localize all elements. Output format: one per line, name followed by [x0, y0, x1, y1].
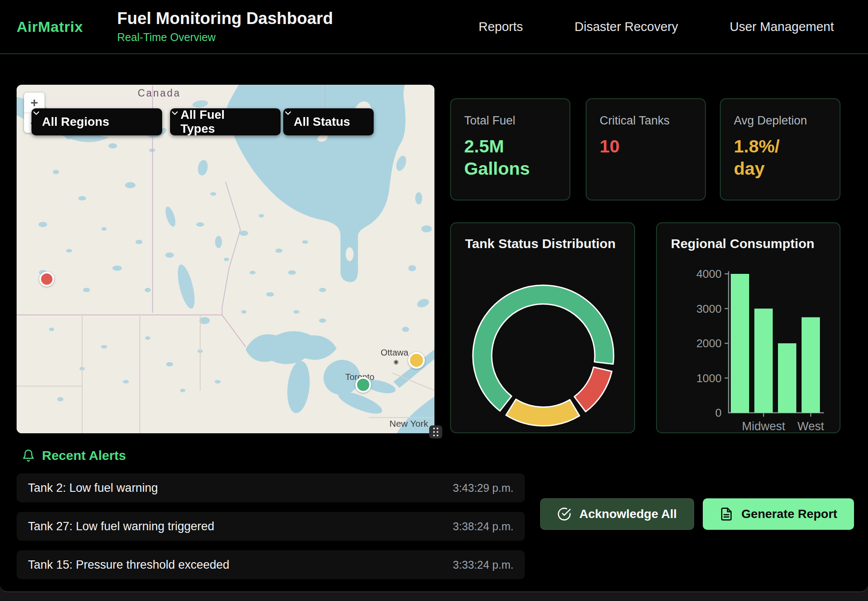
filter-label: All Regions — [42, 115, 109, 129]
alert-row[interactable]: Tank 27: Low fuel warning triggered3:38:… — [17, 512, 525, 541]
app-logo: AirMatrix — [17, 18, 83, 35]
file-text-icon — [719, 507, 733, 521]
map-graphic — [17, 85, 434, 433]
recent-alerts-title: Recent Alerts — [42, 448, 126, 463]
tank-marker[interactable] — [355, 377, 371, 393]
x-tick-label: Midwest — [742, 420, 785, 433]
stat-label: Avg Depletion — [734, 114, 826, 128]
stat-card-total-fuel: Total Fuel2.5MGallons — [450, 98, 570, 200]
y-tick-label: 0 — [715, 406, 722, 419]
filter-label: All Status — [294, 115, 350, 129]
bar-region-1 — [731, 274, 749, 413]
alert-message: Tank 2: Low fuel warning — [28, 481, 158, 495]
alert-timestamp: 3:33:24 p.m. — [453, 559, 514, 571]
alert-timestamp: 3:38:24 p.m. — [453, 520, 514, 533]
fuel-monitoring-dashboard: AirMatrix Fuel Monitoring Dashboard Real… — [0, 0, 868, 592]
page-title: Fuel Monitoring Dashboard — [117, 10, 333, 28]
check-circle-icon — [557, 507, 571, 521]
alert-timestamp: 3:43:29 p.m. — [453, 482, 514, 494]
page-subtitle: Real-Time Overview — [117, 31, 333, 44]
alert-row[interactable]: Tank 15: Pressure threshold exceeded3:33… — [17, 550, 525, 579]
alert-message: Tank 15: Pressure threshold exceeded — [28, 558, 229, 572]
map-widget: Canada Ottawa ◉ Toronto New York + − All… — [17, 85, 434, 433]
regional-consumption-bar-chart: 01000200030004000MidwestWest — [657, 223, 841, 434]
tank-status-title: Tank Status Distribution — [465, 236, 615, 251]
filter-dropdown-all-fuel-types[interactable]: All Fuel Types — [170, 108, 281, 135]
nav-item-reports[interactable]: Reports — [479, 20, 523, 34]
main-nav: ReportsDisaster RecoveryUser Management — [479, 20, 834, 34]
stat-label: Critical Tanks — [600, 114, 692, 128]
header: AirMatrix Fuel Monitoring Dashboard Real… — [0, 0, 868, 54]
title-block: Fuel Monitoring Dashboard Real-Time Over… — [117, 10, 333, 44]
regional-consumption-title: Regional Consumption — [671, 236, 814, 251]
tank-status-donut-chart — [451, 223, 636, 434]
filter-dropdown-all-regions[interactable]: All Regions — [31, 108, 162, 135]
alert-row[interactable]: Tank 2: Low fuel warning3:43:29 p.m. — [17, 473, 525, 502]
nav-item-disaster-recovery[interactable]: Disaster Recovery — [575, 20, 678, 34]
filter-label: All Fuel Types — [181, 108, 262, 136]
acknowledge-all-button[interactable]: Acknowledge All — [540, 498, 694, 530]
map-canvas[interactable]: Canada Ottawa ◉ Toronto New York + − All… — [17, 85, 434, 433]
tank-marker[interactable] — [408, 352, 425, 369]
red-segment — [574, 367, 612, 412]
y-tick-label: 4000 — [696, 267, 722, 280]
alert-message: Tank 27: Low fuel warning triggered — [28, 520, 214, 533]
tank-marker[interactable] — [39, 272, 54, 287]
nav-item-user-management[interactable]: User Management — [729, 20, 834, 34]
yellow-segment — [506, 399, 580, 426]
stat-value: 1.8%/day — [734, 135, 826, 180]
generate-report-label: Generate Report — [741, 507, 837, 521]
y-tick-label: 3000 — [696, 302, 722, 315]
bar-midwest — [754, 309, 773, 413]
regional-consumption-card: Regional Consumption 01000200030004000Mi… — [656, 222, 840, 433]
tank-status-card: Tank Status Distribution — [450, 222, 635, 433]
y-tick-label: 2000 — [696, 337, 722, 350]
y-tick-label: 1000 — [696, 372, 722, 385]
stat-value: 2.5MGallons — [464, 135, 556, 180]
stat-value: 10 — [600, 135, 692, 158]
stat-label: Total Fuel — [464, 114, 556, 128]
recent-alerts-header: Recent Alerts — [22, 448, 126, 463]
bar-region-3 — [778, 343, 796, 413]
bar-west — [802, 317, 820, 413]
filter-dropdown-all-status[interactable]: All Status — [283, 108, 374, 135]
generate-report-button[interactable]: Generate Report — [703, 498, 854, 530]
x-tick-label: West — [797, 420, 824, 433]
stat-card-avg-depletion: Avg Depletion1.8%/day — [720, 98, 840, 200]
resize-grip-icon[interactable] — [429, 425, 442, 439]
bell-icon — [22, 449, 35, 462]
stat-card-critical-tanks: Critical Tanks10 — [586, 98, 706, 200]
acknowledge-all-label: Acknowledge All — [579, 507, 677, 521]
